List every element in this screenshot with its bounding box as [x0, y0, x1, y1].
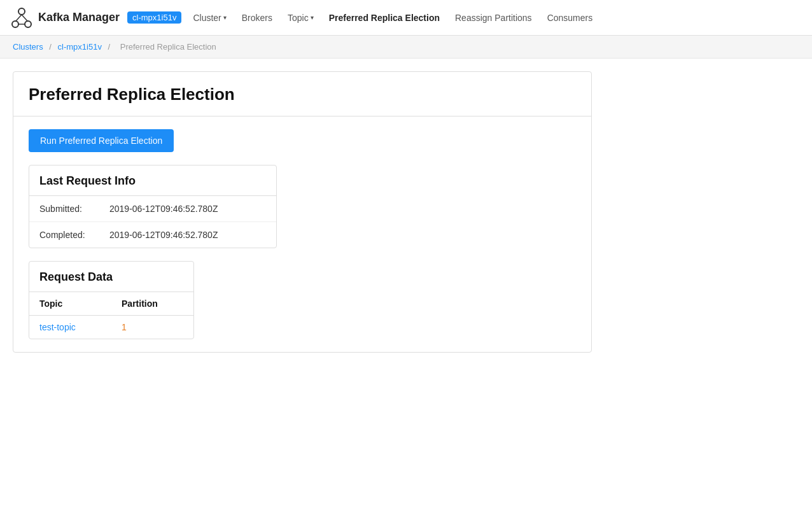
nav-brokers[interactable]: Brokers: [235, 8, 279, 28]
cluster-badge[interactable]: cl-mpx1i51v: [127, 11, 181, 24]
page-card-body: Run Preferred Replica Election Last Requ…: [13, 116, 591, 352]
brand-name: Kafka Manager: [38, 11, 120, 24]
nav-consumers[interactable]: Consumers: [541, 8, 599, 28]
cluster-caret-icon: ▾: [223, 14, 227, 21]
breadcrumb-cluster-link[interactable]: cl-mpx1i51v: [58, 42, 102, 52]
nav-reassign-partitions[interactable]: Reassign Partitions: [449, 8, 538, 28]
topic-cell: test-topic: [29, 316, 111, 339]
partition-cell: 1: [111, 316, 193, 339]
request-data-box: Request Data Topic Partition test-topic1: [29, 261, 194, 339]
submitted-value: 2019-06-12T09:46:52.780Z: [109, 204, 218, 214]
breadcrumb-sep-1: /: [49, 42, 53, 52]
main-content: Preferred Replica Election Run Preferred…: [0, 59, 812, 365]
breadcrumb-current: Preferred Replica Election: [120, 42, 216, 52]
completed-value: 2019-06-12T09:46:52.780Z: [109, 230, 218, 240]
completed-row: Completed: 2019-06-12T09:46:52.780Z: [29, 222, 276, 248]
submitted-label: Submitted:: [39, 204, 109, 214]
run-election-button[interactable]: Run Preferred Replica Election: [29, 129, 174, 152]
breadcrumb: Clusters / cl-mpx1i51v / Preferred Repli…: [0, 36, 812, 59]
brand-logo[interactable]: Kafka Manager: [10, 6, 120, 29]
col-partition: Partition: [111, 292, 193, 316]
page-card: Preferred Replica Election Run Preferred…: [13, 71, 592, 353]
nav-preferred-replica-election[interactable]: Preferred Replica Election: [323, 8, 446, 28]
svg-line-3: [16, 15, 22, 21]
svg-point-0: [18, 8, 25, 15]
svg-point-1: [12, 21, 18, 27]
table-row: test-topic1: [29, 316, 193, 339]
svg-point-2: [25, 21, 31, 27]
col-topic: Topic: [29, 292, 111, 316]
request-data-heading: Request Data: [29, 262, 193, 292]
table-header-row: Topic Partition: [29, 292, 193, 316]
completed-label: Completed:: [39, 230, 109, 240]
page-title: Preferred Replica Election: [29, 85, 576, 104]
last-request-info-heading: Last Request Info: [29, 165, 276, 196]
navbar: Kafka Manager cl-mpx1i51v Cluster ▾ Brok…: [0, 0, 812, 36]
submitted-row: Submitted: 2019-06-12T09:46:52.780Z: [29, 196, 276, 222]
breadcrumb-sep-2: /: [108, 42, 113, 52]
nav-cluster[interactable]: Cluster ▾: [186, 8, 232, 28]
breadcrumb-clusters-link[interactable]: Clusters: [13, 42, 43, 52]
topic-caret-icon: ▾: [311, 14, 314, 21]
page-card-header: Preferred Replica Election: [13, 72, 591, 116]
topic-link[interactable]: test-topic: [39, 322, 76, 332]
nav-topic[interactable]: Topic ▾: [281, 8, 320, 28]
last-request-info-box: Last Request Info Submitted: 2019-06-12T…: [29, 165, 277, 248]
kafka-icon: [10, 6, 33, 29]
request-data-table: Topic Partition test-topic1: [29, 292, 193, 339]
svg-line-4: [22, 15, 27, 21]
